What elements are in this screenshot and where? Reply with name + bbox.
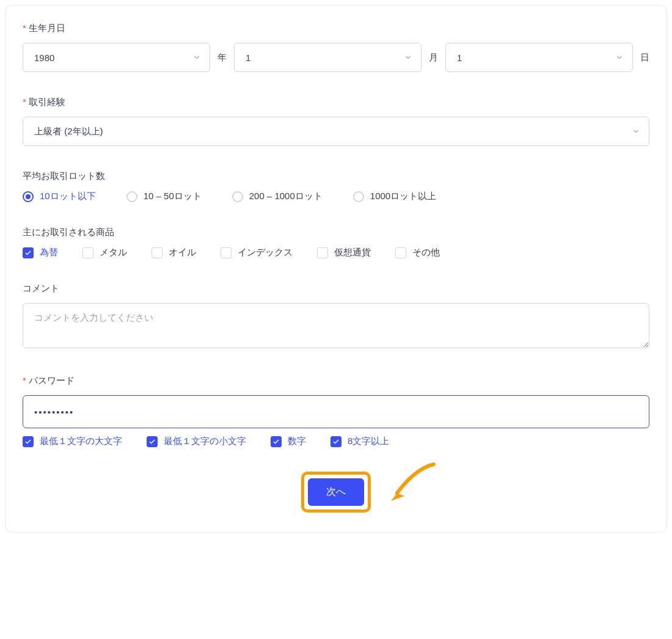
arrow-annotation-icon <box>385 459 440 508</box>
checkbox-icon <box>317 247 328 258</box>
avg-lots-radio-row: 10ロット以下10 – 50ロット200 – 1000ロット1000ロット以上 <box>23 191 649 202</box>
experience-label: *取引経験 <box>23 97 649 108</box>
day-value: 1 <box>457 53 462 63</box>
validation-label: 8文字以上 <box>348 436 389 447</box>
products-checkbox-row: 為替メタルオイルインデックス仮想通貨その他 <box>23 247 649 258</box>
product-checkbox-5[interactable]: その他 <box>395 247 440 258</box>
radio-icon <box>126 191 137 202</box>
month-unit: 月 <box>429 52 438 64</box>
password-group: *パスワード <box>23 375 649 428</box>
day-unit: 日 <box>640 52 649 64</box>
validation-label: 数字 <box>288 436 306 447</box>
submit-highlight-frame: 次へ <box>301 472 371 513</box>
validation-label: 最低１文字の大文字 <box>40 436 122 447</box>
checkbox-label: 仮想通貨 <box>334 247 371 258</box>
experience-value: 上級者 (2年以上) <box>34 126 103 137</box>
radio-label: 1000ロット以上 <box>370 191 436 202</box>
check-icon <box>23 436 34 447</box>
year-value: 1980 <box>34 53 54 63</box>
password-validation-1: 最低１文字の小文字 <box>147 436 246 447</box>
chevron-down-icon <box>615 53 624 62</box>
lot-radio-3[interactable]: 1000ロット以上 <box>353 191 436 202</box>
month-select[interactable]: 1 <box>234 43 422 72</box>
birthdate-label-text: 生年月日 <box>29 23 65 33</box>
password-label-text: パスワード <box>29 375 75 385</box>
password-validation-3: 8文字以上 <box>331 436 389 447</box>
birthdate-label: *生年月日 <box>23 23 649 34</box>
password-validation-0: 最低１文字の大文字 <box>23 436 122 447</box>
required-star-icon: * <box>23 97 26 107</box>
form-container: *生年月日 1980 年 1 月 1 <box>5 5 667 533</box>
avg-lots-label: 平均お取引ロット数 <box>23 170 649 182</box>
checkbox-label: メタル <box>100 247 127 258</box>
product-checkbox-0[interactable]: 為替 <box>23 247 58 258</box>
month-value: 1 <box>246 53 250 63</box>
chevron-down-icon <box>404 53 412 62</box>
required-star-icon: * <box>23 375 26 385</box>
lot-radio-2[interactable]: 200 – 1000ロット <box>232 191 323 202</box>
checkbox-icon <box>152 247 163 258</box>
next-button[interactable]: 次へ <box>308 478 364 506</box>
checkbox-label: インデックス <box>238 247 293 258</box>
product-checkbox-2[interactable]: オイル <box>152 247 196 258</box>
experience-label-text: 取引経験 <box>29 97 65 107</box>
check-icon <box>271 436 282 447</box>
comment-group: コメント <box>23 283 649 351</box>
product-checkbox-3[interactable]: インデックス <box>221 247 293 258</box>
submit-row: 次へ <box>23 472 649 513</box>
day-select[interactable]: 1 <box>445 43 633 72</box>
checkbox-icon <box>23 247 34 258</box>
lot-radio-1[interactable]: 10 – 50ロット <box>126 191 202 202</box>
experience-select[interactable]: 上級者 (2年以上) <box>23 117 649 146</box>
birthdate-row: 1980 年 1 月 1 日 <box>23 43 649 72</box>
password-label: *パスワード <box>23 375 649 387</box>
product-checkbox-4[interactable]: 仮想通貨 <box>317 247 371 258</box>
avg-lots-group: 平均お取引ロット数 10ロット以下10 – 50ロット200 – 1000ロット… <box>23 170 649 202</box>
radio-icon <box>23 191 34 202</box>
products-group: 主にお取引される商品 為替メタルオイルインデックス仮想通貨その他 <box>23 227 649 258</box>
radio-label: 10 – 50ロット <box>144 191 202 202</box>
year-select[interactable]: 1980 <box>23 43 210 72</box>
products-label: 主にお取引される商品 <box>23 227 649 238</box>
radio-label: 200 – 1000ロット <box>249 191 323 202</box>
checkbox-icon <box>221 247 232 258</box>
product-checkbox-1[interactable]: メタル <box>82 247 127 258</box>
password-validation-row: 最低１文字の大文字最低１文字の小文字数字8文字以上 <box>23 436 649 447</box>
check-icon <box>147 436 158 447</box>
comment-label: コメント <box>23 283 649 294</box>
password-input[interactable] <box>23 395 649 428</box>
checkbox-icon <box>82 247 93 258</box>
validation-label: 最低１文字の小文字 <box>164 436 246 447</box>
checkbox-label: オイル <box>169 247 196 258</box>
lot-radio-0[interactable]: 10ロット以下 <box>23 191 96 202</box>
year-unit: 年 <box>217 52 227 64</box>
radio-icon <box>353 191 364 202</box>
radio-icon <box>232 191 243 202</box>
checkbox-label: その他 <box>412 247 440 258</box>
comment-textarea[interactable] <box>23 303 649 348</box>
radio-label: 10ロット以下 <box>40 191 96 202</box>
birthdate-group: *生年月日 1980 年 1 月 1 <box>23 23 649 72</box>
check-icon <box>331 436 341 447</box>
experience-group: *取引経験 上級者 (2年以上) <box>23 97 649 146</box>
chevron-down-icon <box>632 127 640 136</box>
checkbox-icon <box>395 247 406 258</box>
password-validation-2: 数字 <box>271 436 306 447</box>
required-star-icon: * <box>23 23 26 33</box>
checkbox-label: 為替 <box>40 247 58 258</box>
chevron-down-icon <box>192 53 201 62</box>
